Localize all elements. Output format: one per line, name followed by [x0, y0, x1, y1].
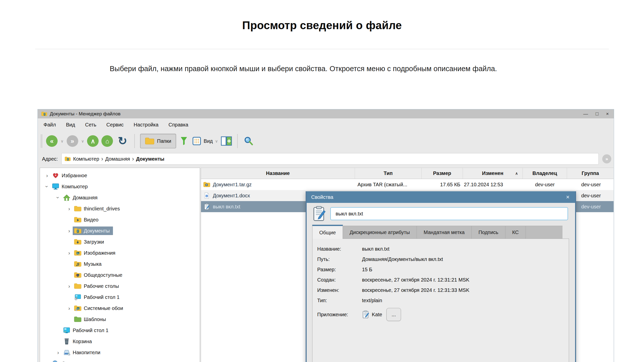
tree-item-label: Видео — [84, 217, 98, 223]
choose-application-button[interactable]: ... — [386, 308, 401, 321]
expand-chevron-icon[interactable]: › — [66, 250, 73, 256]
tree-item-video[interactable]: Видео — [40, 214, 200, 225]
field-value-size: 15 Б — [362, 267, 372, 273]
tree-item-home[interactable]: ›Домашняя — [40, 192, 200, 203]
computer-monitor-icon — [52, 183, 59, 190]
expand-chevron-icon[interactable]: › — [66, 228, 73, 234]
tree-item-label: Домашняя — [73, 195, 98, 201]
view-mode-button[interactable]: Вид ∨ — [192, 137, 218, 146]
go-button[interactable]: » — [602, 154, 611, 163]
forward-button[interactable]: » — [67, 135, 78, 147]
field-value-created: воскресенье, 27 октября 2024 г. 12:31:21… — [362, 277, 469, 283]
column-header-modified[interactable]: Изменен∧ — [463, 168, 523, 179]
breadcrumb-segment[interactable]: Домашняя — [105, 156, 130, 162]
application-row: Приложение: Kate ... — [312, 308, 569, 321]
tree-item-label: thinclient_drives — [84, 206, 120, 212]
tree-item-images[interactable]: ›Изображения — [40, 247, 200, 258]
window-title: Документы - Менеджер файлов — [50, 111, 120, 117]
tree-item-favorites[interactable]: ›★Избранное — [40, 170, 200, 181]
application-label: Приложение: — [317, 312, 362, 318]
file-cell-group: dev-user — [567, 182, 614, 188]
menu-bar: ФайлВидСетьСервисНастройкаСправка — [38, 118, 614, 131]
breadcrumb-segment[interactable]: Документы — [136, 156, 164, 162]
file-name-label: выкл вкл.txt — [213, 204, 240, 210]
menu-item-settings[interactable]: Настройка — [134, 122, 158, 128]
back-dropdown-chevron-icon[interactable]: ∨ — [61, 139, 64, 144]
expand-chevron-icon[interactable]: › — [44, 360, 51, 362]
file-row-document1-tar-gz[interactable]: Документ1.tar.gzАрхив TAR (сжатый...17.6… — [201, 179, 614, 190]
column-header-label: Размер — [433, 170, 451, 176]
column-header-type[interactable]: Тип — [355, 168, 422, 179]
file-cell-owner: dev-user — [523, 182, 567, 188]
tree-item-box: Шаблоны — [73, 315, 109, 324]
tab-general[interactable]: Общие — [312, 225, 343, 239]
tree-item-music[interactable]: Музыка — [40, 258, 200, 269]
expand-chevron-icon[interactable]: › — [66, 283, 73, 289]
folders-toggle-button[interactable]: Папки — [140, 134, 176, 148]
tree-item-downloads[interactable]: Загрузки — [40, 236, 200, 247]
refresh-button[interactable]: ↻ — [118, 135, 127, 147]
tab-signature[interactable]: Подпись — [472, 226, 505, 239]
tree-item-thinclient-drives[interactable]: ›thinclient_drives — [40, 203, 200, 214]
field-label-modified: Изменен: — [317, 287, 362, 293]
collapse-chevron-icon[interactable]: › — [55, 194, 61, 201]
tree-item-box: Загрузки — [73, 238, 107, 246]
tab-mandatory-label[interactable]: Мандатная метка — [417, 226, 472, 239]
tree-item-desktops-folder[interactable]: ›Рабочие столы — [40, 281, 200, 292]
tab-strip-filler — [526, 226, 562, 239]
column-header-name[interactable]: Название — [201, 168, 355, 179]
column-header-owner[interactable]: Владелец — [523, 168, 567, 179]
filename-input[interactable] — [330, 207, 568, 220]
expand-chevron-icon[interactable]: › — [66, 305, 73, 311]
dialog-titlebar[interactable]: Свойства × — [307, 191, 575, 203]
svg-text:★: ★ — [55, 174, 57, 176]
tree-item-desktop-1[interactable]: Рабочий стол 1 — [40, 325, 200, 336]
window-titlebar[interactable]: Документы - Менеджер файлов — □ × — [38, 109, 614, 118]
address-input[interactable]: Компьютер›Домашняя›Документы — [61, 153, 599, 165]
tree-item-templates[interactable]: Шаблоны — [40, 314, 200, 325]
menu-item-service[interactable]: Сервис — [106, 122, 124, 128]
tab-ks[interactable]: КС — [505, 226, 526, 239]
close-button[interactable]: × — [606, 111, 609, 117]
menu-item-help[interactable]: Справка — [169, 122, 188, 128]
tree-item-documents[interactable]: ›Документы — [40, 225, 200, 236]
menu-item-network[interactable]: Сеть — [85, 122, 96, 128]
toolbar-grip[interactable] — [41, 134, 42, 148]
expand-chevron-icon[interactable]: › — [44, 172, 51, 178]
back-button[interactable]: « — [46, 135, 58, 147]
tree-item-trash[interactable]: Корзина — [40, 336, 200, 347]
tree-item-public[interactable]: Общедоступные — [40, 269, 200, 281]
view-button-label: Вид — [204, 138, 213, 144]
page-title: Просмотр сведений о файле — [0, 19, 644, 32]
filter-funnel-button[interactable] — [179, 137, 189, 146]
column-header-size[interactable]: Размер — [422, 168, 463, 179]
column-header-group[interactable]: Группа — [567, 168, 614, 179]
collapse-chevron-icon[interactable]: › — [44, 183, 50, 190]
tree-item-drives[interactable]: ›Накопители — [40, 347, 200, 358]
tree-item-desktop-1-shortcut[interactable]: Рабочий стол 1 — [40, 292, 200, 303]
folder-icon — [74, 283, 82, 289]
tree-item-system-wallpapers[interactable]: ›Системные обои — [40, 303, 200, 314]
expand-chevron-icon[interactable]: › — [66, 206, 73, 212]
maximize-button[interactable]: □ — [595, 111, 598, 117]
tab-discretionary-attributes[interactable]: Дискреционные атрибуты — [343, 226, 417, 239]
breadcrumb-segment[interactable]: Компьютер — [73, 156, 99, 162]
expand-chevron-icon[interactable]: › — [55, 349, 62, 355]
menu-item-file[interactable]: Файл — [44, 122, 56, 128]
split-view-button[interactable] — [221, 136, 232, 146]
breadcrumb: Компьютер›Домашняя›Документы — [73, 155, 164, 162]
forward-dropdown-chevron-icon[interactable]: ∨ — [81, 139, 84, 144]
dialog-close-icon[interactable]: × — [565, 194, 571, 201]
folder-wallpapers-icon — [74, 305, 82, 311]
tree-item-computer[interactable]: ›Компьютер — [40, 181, 200, 192]
up-button[interactable]: ∧ — [87, 135, 99, 147]
trash-basket-icon — [63, 338, 70, 345]
menu-item-view[interactable]: Вид — [66, 122, 75, 128]
tree-item-label: Компьютер — [62, 184, 88, 190]
minimize-button[interactable]: — — [583, 111, 588, 117]
search-button[interactable] — [243, 136, 254, 146]
file-cell-type: Архив TAR (сжатый... — [355, 182, 422, 188]
folder-icon — [145, 137, 154, 145]
home-button[interactable]: ⌂ — [101, 135, 113, 147]
tree-item-network[interactable]: ›Сеть — [40, 358, 200, 362]
